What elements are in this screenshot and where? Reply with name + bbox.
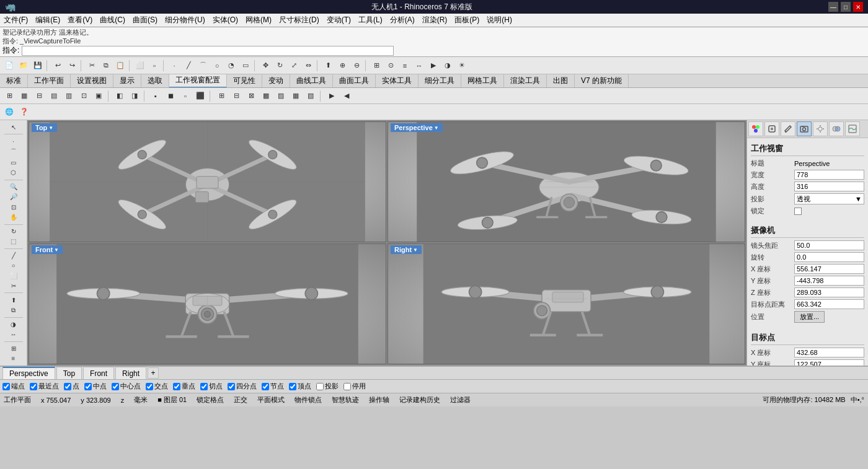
tb2-5[interactable]: ▥ bbox=[62, 89, 76, 103]
tb-rect[interactable]: ▭ bbox=[239, 59, 252, 72]
snap-endpoint[interactable]: 端点 bbox=[2, 382, 25, 391]
lt-circle-lt[interactable]: ○ bbox=[2, 261, 25, 270]
menu-transform[interactable]: 变动(T) bbox=[323, 14, 355, 27]
rp-projection-dropdown[interactable]: 透视 ▼ bbox=[794, 193, 864, 204]
minimize-button[interactable]: — bbox=[828, 2, 838, 12]
rp-cam-z-value[interactable]: 289.093 bbox=[794, 287, 864, 297]
tb2-18[interactable]: ▨ bbox=[274, 89, 288, 103]
tab-mesh-tools[interactable]: 网格工具 bbox=[461, 74, 504, 88]
tb-move[interactable]: ✥ bbox=[259, 59, 272, 72]
tb2-14[interactable]: ⊞ bbox=[215, 89, 228, 103]
snap-perpendicular[interactable]: 垂点 bbox=[173, 382, 195, 391]
tb-boolean-diff[interactable]: ⊖ bbox=[350, 59, 363, 72]
tb2-4[interactable]: ▤ bbox=[47, 89, 61, 103]
bottom-tab-perspective[interactable]: Perspective bbox=[2, 367, 55, 379]
tb3-help[interactable]: ❓ bbox=[17, 105, 31, 119]
tb-render-btn[interactable]: ▶ bbox=[427, 59, 440, 72]
tb2-21[interactable]: ▶ bbox=[325, 89, 339, 103]
lt-extrude-lt[interactable]: ⬆ bbox=[2, 296, 25, 304]
tb-dim[interactable]: ↔ bbox=[412, 59, 426, 72]
tab-transform[interactable]: 变动 bbox=[262, 74, 290, 88]
tb-new[interactable]: 📄 bbox=[2, 59, 16, 72]
tb2-16[interactable]: ⊠ bbox=[244, 89, 258, 103]
tb-undo[interactable]: ↩ bbox=[51, 59, 64, 72]
lt-dimensions[interactable]: ↔ bbox=[2, 330, 25, 339]
tab-select[interactable]: 选取 bbox=[141, 74, 169, 88]
tab-curve-tools[interactable]: 曲线工具 bbox=[290, 74, 333, 88]
tb-save[interactable]: 💾 bbox=[31, 59, 45, 72]
viewport-front-label[interactable]: Front ▼ bbox=[32, 245, 63, 254]
status-op-axis[interactable]: 操作轴 bbox=[369, 395, 389, 405]
tb-circle[interactable]: ○ bbox=[210, 59, 224, 72]
menu-solid[interactable]: 实体(O) bbox=[209, 14, 242, 27]
tb-boolean-union[interactable]: ⊕ bbox=[335, 59, 349, 72]
status-lock-grid[interactable]: 锁定格点 bbox=[197, 395, 224, 405]
lt-zoom-out[interactable]: 🔎 bbox=[2, 193, 25, 201]
tb2-19[interactable]: ▦ bbox=[289, 89, 303, 103]
tb2-22[interactable]: ◀ bbox=[340, 89, 353, 103]
tb2-15[interactable]: ⊟ bbox=[229, 89, 243, 103]
lt-solid-sel[interactable]: ⬡ bbox=[2, 168, 25, 177]
rp-cam-position-button[interactable]: 放置... bbox=[794, 311, 825, 323]
tab-subd-tools[interactable]: 细分工具 bbox=[418, 74, 461, 88]
lt-trim[interactable]: ✂ bbox=[2, 281, 25, 290]
rp-focal-value[interactable]: 50.0 bbox=[794, 240, 864, 250]
viewport-right[interactable]: Right ▼ bbox=[388, 243, 745, 364]
status-smart-track[interactable]: 智慧轨迹 bbox=[332, 395, 359, 405]
snap-midpoint[interactable]: 中点 bbox=[84, 382, 107, 391]
rp-width-value[interactable]: 778 bbox=[794, 170, 864, 180]
lt-layers-lt[interactable]: ≡ bbox=[2, 354, 25, 363]
bottom-tab-top[interactable]: Top bbox=[56, 367, 82, 379]
menu-panel[interactable]: 面板(P) bbox=[451, 14, 483, 27]
bottom-tab-add-button[interactable]: + bbox=[148, 367, 159, 379]
tb-mirror[interactable]: ⇔ bbox=[301, 59, 315, 72]
snap-project[interactable]: 投影 bbox=[316, 382, 339, 391]
lt-point-sel[interactable]: · bbox=[2, 137, 25, 146]
command-input[interactable] bbox=[22, 46, 394, 56]
tb-polyline[interactable]: ⌒ bbox=[196, 59, 210, 72]
maximize-button[interactable]: □ bbox=[841, 2, 851, 12]
tab-output[interactable]: 出图 bbox=[547, 74, 575, 88]
snap-center[interactable]: 中心点 bbox=[112, 382, 141, 391]
tb-deselect[interactable]: ▫ bbox=[148, 59, 161, 72]
tb2-11[interactable]: ◼ bbox=[164, 89, 177, 103]
menu-render[interactable]: 渲染(R) bbox=[418, 14, 451, 27]
tb-copy[interactable]: ⧉ bbox=[99, 59, 113, 72]
snap-point[interactable]: 点 bbox=[64, 382, 79, 391]
tb2-12[interactable]: ▫ bbox=[179, 89, 192, 103]
tb-light[interactable]: ☀ bbox=[455, 59, 469, 72]
lt-grid-lt[interactable]: ⊞ bbox=[2, 344, 25, 353]
menu-tools[interactable]: 工具(L) bbox=[355, 14, 386, 27]
menu-surface[interactable]: 曲面(S) bbox=[129, 14, 161, 27]
viewport-front[interactable]: Front ▼ bbox=[29, 243, 386, 364]
lt-line-lt[interactable]: ╱ bbox=[2, 251, 25, 260]
tb2-6[interactable]: ⊡ bbox=[77, 89, 91, 103]
menu-curve[interactable]: 曲线(C) bbox=[96, 14, 129, 27]
tb2-7[interactable]: ▣ bbox=[92, 89, 105, 103]
tb3-earth[interactable]: 🌐 bbox=[2, 105, 16, 119]
tab-setview[interactable]: 设置视图 bbox=[71, 74, 113, 88]
rp-lock-checkbox[interactable] bbox=[794, 208, 802, 215]
close-button[interactable]: ✕ bbox=[853, 2, 863, 12]
viewport-perspective[interactable]: Perspective ▼ bbox=[388, 121, 745, 242]
status-ortho[interactable]: 正交 bbox=[234, 395, 247, 405]
tb-snap[interactable]: ⊙ bbox=[384, 59, 397, 72]
menu-help[interactable]: 说明(H) bbox=[483, 14, 516, 27]
rp-icon-material[interactable] bbox=[829, 121, 844, 136]
snap-tangent[interactable]: 切点 bbox=[200, 382, 223, 391]
tb-paste[interactable]: 📋 bbox=[113, 59, 127, 72]
tb-scale[interactable]: ⤢ bbox=[287, 59, 301, 72]
menu-subd[interactable]: 细分物件(U) bbox=[161, 14, 209, 27]
snap-disable[interactable]: 停用 bbox=[343, 382, 366, 391]
lt-render-lt[interactable]: ◑ bbox=[2, 320, 25, 328]
lt-box[interactable]: ⬜ bbox=[2, 271, 25, 280]
menu-mesh[interactable]: 网格(M) bbox=[242, 14, 275, 27]
snap-intersection[interactable]: 交点 bbox=[146, 382, 168, 391]
lt-surface-sel[interactable]: ▭ bbox=[2, 158, 25, 167]
lt-zoom-in[interactable]: 🔍 bbox=[2, 182, 25, 191]
tb2-8[interactable]: ◧ bbox=[113, 89, 126, 103]
tb-arc[interactable]: ◔ bbox=[224, 59, 238, 72]
tb2-3[interactable]: ⊟ bbox=[32, 89, 46, 103]
tb2-17[interactable]: ▩ bbox=[259, 89, 273, 103]
rp-rotation-value[interactable]: 0.0 bbox=[794, 252, 864, 262]
